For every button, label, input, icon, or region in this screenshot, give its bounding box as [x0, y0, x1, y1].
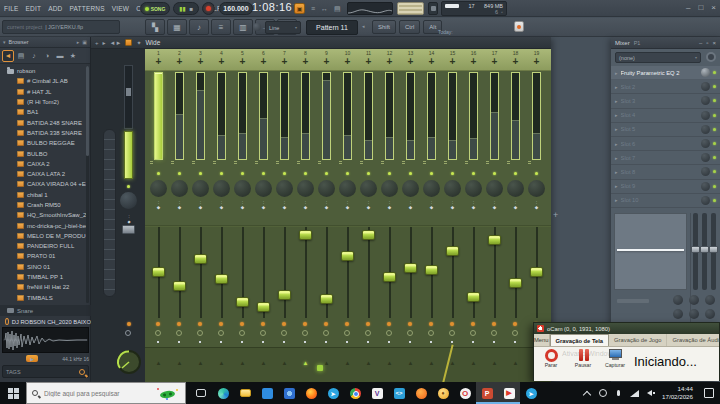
stop-button[interactable]: ■: [189, 6, 193, 12]
band-select-arrow[interactable]: ▲: [169, 360, 190, 367]
ocam-tab-grava-o-de-udio[interactable]: Gravação de Áudio: [667, 334, 720, 346]
edge-taskbar-icon[interactable]: [212, 382, 234, 404]
mixer-maximize-button[interactable]: ▫: [706, 40, 708, 46]
browser-view-icon[interactable]: ≡: [211, 19, 231, 35]
start-button[interactable]: [0, 382, 26, 404]
band-fader[interactable]: [232, 227, 253, 318]
band-freq-knob[interactable]: +: [337, 55, 358, 68]
band-mute-icon[interactable]: [407, 330, 413, 336]
band-select-arrow[interactable]: ▲: [274, 360, 295, 367]
band-select-arrow[interactable]: ▲: [379, 360, 400, 367]
plugin-titlebar[interactable]: + ▸ ◄► ✦ Wide: [91, 37, 551, 49]
band-level-slider[interactable]: [322, 72, 331, 160]
plugin-menu-icon[interactable]: +: [95, 38, 99, 48]
band-knob[interactable]: [150, 180, 167, 197]
band-lamp-icon[interactable]: [240, 322, 244, 326]
vscode-taskbar-icon[interactable]: <>: [388, 382, 410, 404]
sample-play-button[interactable]: ▶: [26, 355, 38, 362]
sync-icon[interactable]: [598, 389, 607, 398]
band-mute-icon[interactable]: [491, 330, 497, 336]
recent-icon[interactable]: ◑: [41, 50, 53, 62]
slot-enable-led[interactable]: [713, 199, 716, 202]
band-fader[interactable]: [400, 227, 421, 318]
browser-scrollbar[interactable]: [86, 66, 89, 303]
band-mute-icon[interactable]: [365, 330, 371, 336]
band-fader[interactable]: [505, 227, 526, 318]
send-knob-4[interactable]: [673, 309, 683, 319]
band-mute-icon[interactable]: [449, 330, 455, 336]
band-mute-icon[interactable]: [323, 330, 329, 336]
slot-enable-led[interactable]: [713, 85, 716, 88]
slot-mix-knob[interactable]: [701, 111, 710, 120]
menu-item-file[interactable]: FILE: [4, 5, 19, 12]
carnival-mask-icon[interactable]: [157, 388, 179, 400]
chevron-up-icon[interactable]: [582, 389, 591, 398]
slot-mix-knob[interactable]: [701, 182, 710, 191]
slot-mix-knob[interactable]: [701, 167, 710, 176]
menu-item-view[interactable]: VIEW: [112, 5, 129, 12]
telegram-chat-taskbar-icon[interactable]: ➤: [520, 382, 542, 404]
master-mini-slider[interactable]: [124, 65, 133, 129]
band-freq-knob[interactable]: +: [232, 55, 253, 68]
minimize-button[interactable]: –: [686, 1, 690, 15]
browser-folder-snare[interactable]: Snare: [0, 305, 91, 316]
band-scroll-ruler[interactable]: [103, 129, 116, 297]
master-mute-icon[interactable]: [125, 330, 131, 336]
band-select-arrow[interactable]: ▲: [505, 360, 526, 367]
band-lamp-icon[interactable]: [366, 322, 370, 326]
piano-preview[interactable]: [397, 2, 424, 15]
band-freq-knob[interactable]: +: [484, 55, 505, 68]
slot-arrow-icon[interactable]: ▸: [615, 84, 618, 90]
band-freq-knob[interactable]: +: [148, 55, 169, 68]
send-knob-1[interactable]: [673, 295, 683, 305]
band-fader[interactable]: [190, 227, 211, 318]
slot-arrow-icon[interactable]: ▸: [615, 126, 618, 132]
band-fader[interactable]: [211, 227, 232, 318]
band-level-slider[interactable]: [532, 72, 541, 160]
eq-mid-fader[interactable]: [702, 213, 707, 290]
browser-sample-item[interactable]: BULBO: [0, 148, 86, 158]
browser-sample-item[interactable]: CAIXA 2: [0, 159, 86, 169]
band-level-slider[interactable]: [469, 72, 478, 160]
band-freq-knob[interactable]: +: [463, 55, 484, 68]
record-button[interactable]: [202, 2, 215, 15]
band-freq-knob[interactable]: +: [253, 55, 274, 68]
master-lamp-icon[interactable]: [127, 322, 131, 326]
plugin-preset-icon[interactable]: [125, 39, 132, 46]
band-fader[interactable]: [379, 227, 400, 318]
browser-menu-icon[interactable]: ▾: [3, 39, 6, 45]
browser-header[interactable]: ▾ Browser ▸ ▣: [0, 37, 90, 48]
browser-sample-item[interactable]: Crash RM50: [0, 200, 86, 210]
band-knob[interactable]: [381, 180, 398, 197]
capture-button[interactable]: Capturar: [600, 349, 630, 368]
band-freq-knob[interactable]: +: [505, 55, 526, 68]
file-explorer-taskbar-icon[interactable]: [234, 382, 256, 404]
mixer-view-icon[interactable]: ▥: [233, 19, 253, 35]
ocam-tab-grava-o-de-tela[interactable]: Gravação de Tela: [550, 334, 610, 346]
band-knob[interactable]: [360, 180, 377, 197]
snap-selector[interactable]: Line▾: [265, 21, 301, 34]
media-orange-taskbar-icon[interactable]: [410, 382, 432, 404]
slot-arrow-icon[interactable]: ▸: [615, 197, 618, 203]
browser-sample-item[interactable]: mc-dricka-pc_j-biel-beats: [0, 220, 86, 230]
band-fader[interactable]: [295, 227, 316, 318]
stop-recording-button[interactable]: Parar: [536, 349, 566, 368]
band-level-slider[interactable]: [490, 72, 499, 160]
band-knob[interactable]: [297, 180, 314, 197]
master-knob[interactable]: [120, 192, 137, 209]
search-icon[interactable]: [79, 369, 85, 375]
opera-taskbar-icon[interactable]: O: [454, 382, 476, 404]
plugin-midi-icon[interactable]: ◄►: [110, 38, 122, 48]
browser-expand-icon[interactable]: ▸: [77, 39, 80, 45]
channel-rack-icon[interactable]: ▦: [167, 19, 187, 35]
mixer-slot-6[interactable]: ▸Slot 6: [611, 137, 720, 151]
band-select-arrow[interactable]: ▲: [358, 360, 379, 367]
band-level-slider[interactable]: [217, 72, 226, 160]
band-knob[interactable]: [234, 180, 251, 197]
preset-arrow-icon[interactable]: ✦: [136, 38, 141, 48]
band-knob[interactable]: [465, 180, 482, 197]
browser-sample-item[interactable]: BULBO REGGAE: [0, 138, 86, 148]
browser-sample-item[interactable]: HQ_SmoothInvSaw_2: [0, 210, 86, 220]
sample-waveform-preview[interactable]: [2, 327, 89, 353]
playlist-icon[interactable]: ▚: [145, 19, 165, 35]
